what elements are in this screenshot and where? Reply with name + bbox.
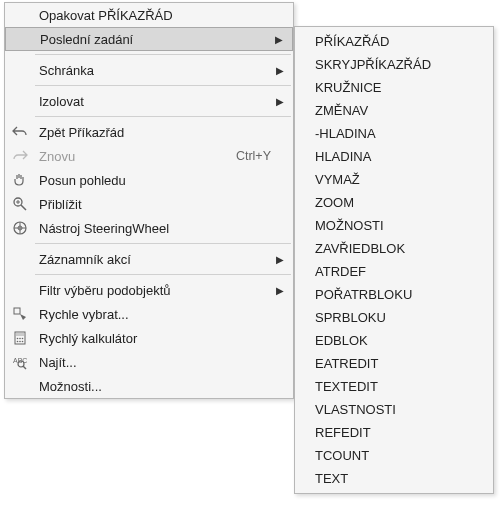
menu-item-options[interactable]: Možnosti... [5,374,293,398]
submenu-item[interactable]: MOŽNOSTI [297,214,491,237]
submenu-item[interactable]: PŘÍKAZŘÁD [297,30,491,53]
submenu-arrow-icon: ▶ [271,285,289,296]
submenu-item[interactable]: ZMĚNAV [297,99,491,122]
svg-line-19 [23,366,26,369]
submenu-item[interactable]: ZAVŘIEDBLOK [297,237,491,260]
menu-separator [35,85,291,86]
quick-select-icon [5,306,35,322]
svg-point-15 [19,341,21,343]
menu-item-recent-input[interactable]: Poslední zadání ▶ [5,27,293,51]
menu-item-pan[interactable]: Posun pohledu [5,168,293,192]
submenu-item[interactable]: VYMAŽ [297,168,491,191]
menu-separator [35,243,291,244]
submenu-item[interactable]: TEXTEDIT [297,375,491,398]
menu-item-clipboard[interactable]: Schránka ▶ [5,58,293,82]
svg-point-11 [17,338,19,340]
menu-separator [35,274,291,275]
submenu-arrow-icon: ▶ [271,254,289,265]
svg-point-12 [19,338,21,340]
svg-point-13 [22,338,24,340]
submenu-item[interactable]: TCOUNT [297,444,491,467]
zoom-icon [5,196,35,212]
menu-item-subobject-filter[interactable]: Filtr výběru podobjektů ▶ [5,278,293,302]
shortcut-text: Ctrl+Y [236,149,289,163]
submenu-arrow-icon: ▶ [271,96,289,107]
submenu-item[interactable]: -HLADINA [297,122,491,145]
menu-item-steeringwheel[interactable]: Nástroj SteeringWheel [5,216,293,240]
svg-point-14 [17,341,19,343]
menu-item-quick-select[interactable]: Rychle vybrat... [5,302,293,326]
svg-point-16 [22,341,24,343]
menu-item-calculator[interactable]: Rychlý kalkulátor [5,326,293,350]
find-icon: ABC [5,354,35,370]
menu-item-redo: Znovu Ctrl+Y [5,144,293,168]
pan-icon [5,172,35,188]
menu-item-repeat[interactable]: Opakovat PŘÍKAZŘÁD [5,3,293,27]
svg-rect-10 [16,333,24,336]
menu-item-undo[interactable]: Zpět Příkazřád [5,120,293,144]
submenu-item[interactable]: SKRYJPŘÍKAZŘÁD [297,53,491,76]
submenu-item[interactable]: KRUŽNICE [297,76,491,99]
submenu-item[interactable]: VLASTNOSTI [297,398,491,421]
submenu-item[interactable]: REFEDIT [297,421,491,444]
svg-rect-8 [14,308,20,314]
submenu-item[interactable]: POŘATRBLOKU [297,283,491,306]
menu-item-find[interactable]: ABC Najít... [5,350,293,374]
undo-icon [5,124,35,140]
calculator-icon [5,330,35,346]
menu-separator [35,54,291,55]
recent-input-submenu: PŘÍKAZŘÁD SKRYJPŘÍKAZŘÁD KRUŽNICE ZMĚNAV… [294,26,494,494]
submenu-arrow-icon: ▶ [271,65,289,76]
submenu-arrow-icon: ▶ [270,34,288,45]
submenu-item[interactable]: TEXT [297,467,491,490]
menu-separator [35,116,291,117]
submenu-item[interactable]: ATRDEF [297,260,491,283]
menu-item-isolate[interactable]: Izolovat ▶ [5,89,293,113]
submenu-item[interactable]: HLADINA [297,145,491,168]
submenu-item[interactable]: EDBLOK [297,329,491,352]
menu-item-action-recorder[interactable]: Záznamník akcí ▶ [5,247,293,271]
submenu-item[interactable]: ZOOM [297,191,491,214]
menu-item-zoom[interactable]: Přiblížit [5,192,293,216]
context-menu: Opakovat PŘÍKAZŘÁD Poslední zadání ▶ Sch… [4,2,294,399]
svg-line-1 [21,205,26,210]
steeringwheel-icon [5,220,35,236]
redo-icon [5,148,35,164]
submenu-item[interactable]: EATREDIT [297,352,491,375]
submenu-item[interactable]: SPRBLOKU [297,306,491,329]
